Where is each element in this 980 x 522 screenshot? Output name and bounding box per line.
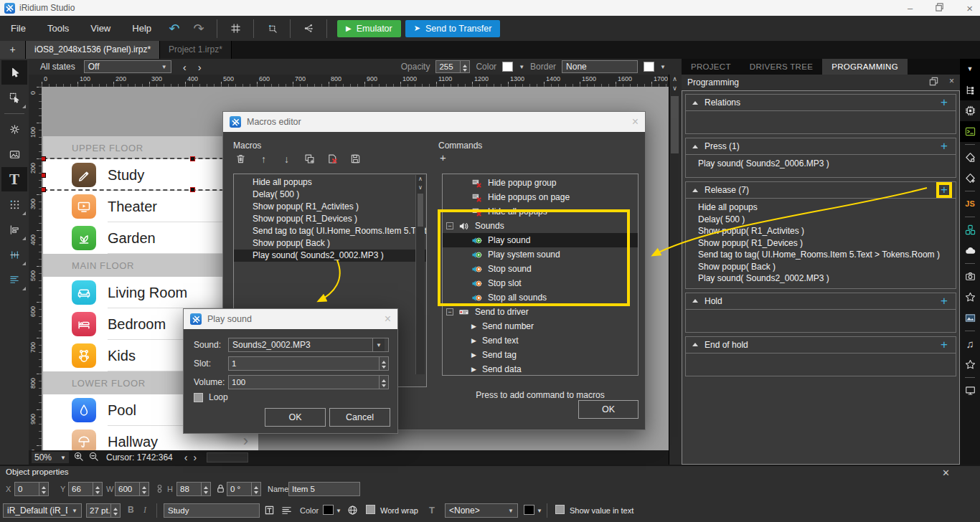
group-select-tool-button[interactable] [1, 85, 27, 110]
scrollbar-thumb[interactable] [418, 194, 423, 227]
javascript-button[interactable]: JS [960, 194, 980, 214]
scroll-down-icon[interactable]: ∨ [669, 84, 680, 93]
send-to-transfer-button[interactable]: ➤ Send to Transfer [405, 20, 501, 37]
command-tree-item[interactable]: Stop slot [443, 276, 638, 290]
text-binding-icon[interactable]: T [429, 505, 435, 516]
save-macro-button[interactable] [349, 153, 362, 165]
name-field[interactable]: Item 5 [288, 482, 360, 496]
device-chip-button[interactable] [960, 100, 980, 121]
command-tree-item[interactable]: Stop sound [443, 262, 638, 276]
scroll-down-icon[interactable]: ∨ [416, 184, 425, 192]
chevron-down-icon[interactable]: ▼ [336, 508, 341, 514]
move-down-button[interactable]: ↓ [281, 153, 293, 165]
grid-items-tool-button[interactable] [1, 192, 27, 217]
new-tab-button[interactable]: + [0, 41, 26, 59]
document-tab[interactable]: Project 1.irpz* [160, 41, 232, 59]
command-tree-item[interactable]: Play sound [443, 233, 638, 247]
collapse-caret-button[interactable]: ▼ [960, 59, 980, 80]
add-command-button[interactable]: + [939, 141, 949, 151]
command-tree-item[interactable]: Hide popups on page [443, 190, 638, 204]
collapse-caret-icon[interactable] [692, 299, 698, 303]
panel-tab-programming[interactable]: PROGRAMMING [822, 59, 908, 75]
word-wrap-checkbox[interactable] [366, 505, 375, 514]
angle-stepper[interactable]: 0 ° [227, 482, 261, 496]
state-dropdown[interactable]: Off▼ [84, 60, 171, 73]
command-tree-item[interactable]: Hide popup group [443, 176, 638, 190]
macro-list-item[interactable]: Show popup( R1_Activites ) [234, 201, 426, 213]
text-field[interactable]: Study [164, 503, 260, 518]
next-page-button[interactable]: › [193, 452, 197, 462]
font-size-stepper[interactable]: 27 pt. [86, 503, 121, 518]
lock-icon[interactable] [215, 483, 226, 496]
command-tree-item[interactable]: ▶Send number [443, 319, 638, 333]
move-up-button[interactable]: ↑ [258, 153, 270, 165]
section-header[interactable]: End of hold+ [686, 337, 956, 353]
redo-button[interactable]: ↷ [187, 19, 211, 39]
close-icon[interactable]: ✕ [942, 468, 950, 478]
panel-tab-drivers-tree[interactable]: DRIVERS TREE [740, 59, 822, 75]
collapse-caret-icon[interactable] [692, 189, 698, 192]
add-command-button[interactable]: + [939, 185, 949, 195]
cancel-button[interactable]: Cancel [329, 408, 390, 427]
action-item[interactable]: Delay( 500 ) [698, 214, 953, 226]
slot-stepper[interactable]: 1 [228, 356, 389, 371]
menu-view[interactable]: View [80, 16, 121, 41]
action-item[interactable]: Play sound( Sounds2_0002.MP3 ) [698, 272, 953, 285]
duplicate-macro-button[interactable] [303, 153, 316, 165]
image-gallery-button[interactable] [960, 308, 980, 328]
snapshot-camera-button[interactable] [960, 266, 980, 287]
loop-checkbox[interactable] [194, 393, 203, 402]
gallery-diamond-button[interactable] [960, 147, 980, 168]
cloud-button[interactable] [960, 240, 980, 261]
emulator-button[interactable]: ▶ Emulator [337, 20, 401, 37]
y-stepper[interactable]: 66 [68, 482, 103, 496]
share-nodes-button[interactable] [296, 19, 321, 39]
next-state-button[interactable]: › [198, 62, 202, 72]
remove-macro-button[interactable] [326, 153, 339, 165]
action-item[interactable]: Show popup( R1_Devices ) [698, 237, 953, 250]
document-tab[interactable]: iOS8_2048x1536 (Panel).irpz* [26, 41, 160, 59]
scroll-up-icon[interactable]: ∧ [416, 175, 425, 184]
action-item[interactable]: Show popup( R1_Activites ) [698, 225, 953, 237]
link-chain-icon[interactable] [154, 483, 165, 496]
x-stepper[interactable]: 0 [14, 482, 49, 496]
grid-snap-button[interactable] [223, 19, 248, 39]
height-stepper[interactable]: 88 [176, 482, 211, 496]
sound-gallery-button[interactable]: ♫ [960, 333, 980, 354]
command-tree-item[interactable]: Hide all popups [443, 204, 638, 219]
float-panel-icon[interactable] [928, 76, 939, 89]
delete-macro-button[interactable] [235, 153, 247, 165]
text-format-tool-button[interactable] [1, 267, 27, 292]
script-terminal-button[interactable] [960, 121, 980, 142]
align-tool-button[interactable] [1, 217, 27, 242]
menu-file[interactable]: File [0, 16, 37, 41]
macro-list-item[interactable]: Hide all popups [234, 176, 426, 189]
chevron-down-icon[interactable]: ▼ [519, 64, 524, 70]
favorites-star-2-button[interactable] [960, 354, 980, 375]
close-panel-icon[interactable]: × [949, 76, 954, 89]
minimize-button[interactable]: – [908, 3, 913, 14]
action-item[interactable]: Send tag to tag( UI.Home_Rooms.Item 5.Te… [698, 249, 953, 261]
collapse-expander[interactable]: − [446, 308, 453, 315]
command-tree-item[interactable]: ▶Send data [443, 362, 638, 376]
border-color-swatch[interactable] [644, 62, 654, 72]
text-color-swatch[interactable] [323, 505, 334, 515]
settings-gear-button[interactable] [1, 117, 27, 141]
close-button[interactable]: × [966, 2, 973, 14]
macro-list-item[interactable]: Delay( 500 ) [234, 189, 426, 201]
favorites-star-button[interactable] [960, 287, 980, 308]
action-item[interactable]: Hide all popups [698, 201, 953, 214]
distribute-tool-button[interactable] [1, 242, 27, 267]
boxed-text-icon[interactable] [264, 505, 275, 518]
panel-tab-project[interactable]: PROJECT [682, 59, 740, 75]
add-command-button[interactable]: + [440, 151, 446, 163]
zoom-in-icon[interactable] [73, 451, 84, 464]
scroll-up-icon[interactable]: ∧ [669, 75, 680, 84]
collapse-caret-icon[interactable] [692, 343, 698, 346]
select-tool-button[interactable] [1, 60, 27, 85]
section-header[interactable]: Press (1)+ [686, 138, 956, 154]
close-icon[interactable]: × [632, 115, 639, 128]
command-tree-item[interactable]: ▶Send tag [443, 348, 638, 362]
collapse-expander[interactable]: − [446, 222, 453, 229]
border-dropdown[interactable]: None [562, 60, 638, 73]
